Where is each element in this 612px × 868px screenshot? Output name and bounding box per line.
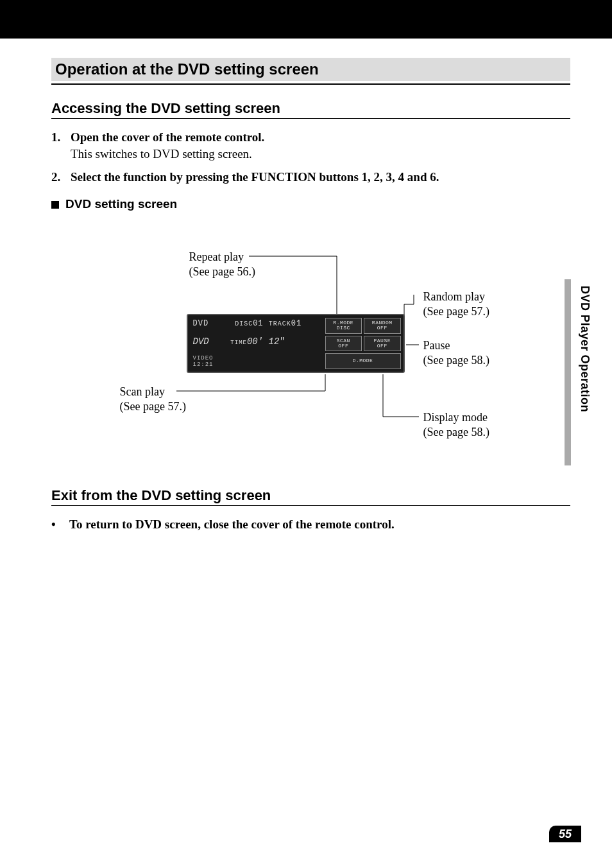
- callout-line1: Repeat play: [189, 250, 255, 265]
- page-number-badge: 55: [549, 826, 581, 842]
- time-label: TIME: [230, 340, 247, 346]
- callout-display-mode: Display mode (See page 58.): [423, 410, 489, 439]
- subheading-rule-1: [51, 118, 570, 119]
- device-btn-rmode: R.MODE DISC: [325, 318, 362, 334]
- callout-pause: Pause (See page 58.): [423, 338, 489, 367]
- exit-bullet-text: To return to DVD screen, close the cover…: [69, 517, 395, 532]
- device-disc-label: DISC: [235, 320, 253, 327]
- subheading-rule-2: [51, 505, 570, 506]
- dvd-setting-diagram: Repeat play (See page 56.) Random play (…: [67, 230, 555, 462]
- step-title: Open the cover of the remote control.: [71, 130, 264, 144]
- device-row3: VIDEO 12:21: [193, 355, 318, 368]
- step-body: Open the cover of the remote control. Th…: [71, 130, 570, 161]
- subheading-accessing: Accessing the DVD setting screen: [51, 100, 570, 117]
- step-2: 2. Select the function by pressing the F…: [51, 170, 570, 184]
- dvd-setting-screen-label: DVD setting screen: [51, 197, 570, 211]
- device-btn-scan: SCAN OFF: [325, 336, 362, 352]
- callout-line2: (See page 58.): [423, 353, 489, 368]
- section-title-bar: Operation at the DVD setting screen: [51, 58, 570, 81]
- btn-line2: DISC: [337, 326, 350, 331]
- callout-line2: (See page 57.): [120, 399, 186, 414]
- device-row2: DVD TIME00' 12": [193, 336, 318, 347]
- device-dvd-label: DVD: [193, 319, 209, 328]
- top-black-bar: [0, 0, 612, 39]
- bullet-dot: •: [51, 517, 69, 532]
- video-label: VIDEO: [193, 355, 214, 361]
- dvd-logo: DVD: [193, 336, 209, 347]
- callout-scan-play: Scan play (See page 57.): [120, 385, 186, 413]
- steps-list: 1. Open the cover of the remote control.…: [51, 130, 570, 184]
- callout-line2: (See page 58.): [423, 425, 489, 440]
- device-left-panel: DVD DISC01 TRACK01 DVD TIME00' 12" VIDEO…: [188, 315, 323, 372]
- square-bullet-icon: [51, 201, 59, 209]
- device-disc-num: 01: [253, 319, 263, 328]
- device-track-num: 01: [291, 319, 302, 328]
- btn-line2: OFF: [377, 326, 387, 331]
- callout-line1: Random play: [423, 290, 489, 304]
- callout-line2: (See page 56.): [189, 265, 255, 279]
- callout-line2: (See page 57.): [423, 304, 489, 319]
- device-btn-pause: PAUSE OFF: [364, 336, 401, 352]
- time-value: 00' 12": [247, 336, 285, 347]
- callout-random-play: Random play (See page 57.): [423, 290, 489, 318]
- step-note: This switches to DVD setting screen.: [71, 147, 570, 161]
- side-tab-label: DVD Player Operation: [578, 286, 591, 412]
- subheading-exit: Exit from the DVD setting screen: [51, 487, 570, 504]
- dvd-device-screen: DVD DISC01 TRACK01 DVD TIME00' 12" VIDEO…: [187, 314, 405, 373]
- dvd-setting-screen-text: DVD setting screen: [65, 197, 177, 211]
- device-row1: DVD DISC01 TRACK01: [193, 319, 318, 328]
- step-title: Select the function by pressing the FUNC…: [71, 170, 439, 184]
- btn-line2: OFF: [377, 343, 387, 349]
- page-content: Operation at the DVD setting screen Acce…: [0, 39, 612, 532]
- exit-bullet-line: • To return to DVD screen, close the cov…: [51, 517, 570, 532]
- callout-line1: Pause: [423, 338, 489, 353]
- device-right-panel: R.MODE DISC RANDOM OFF SCAN OFF PAUSE OF…: [323, 315, 404, 372]
- callout-line1: Display mode: [423, 410, 489, 425]
- step-number: 2.: [51, 170, 71, 184]
- side-tab-bar: [565, 279, 571, 465]
- clock-label: 12:21: [193, 361, 214, 368]
- step-body: Select the function by pressing the FUNC…: [71, 170, 570, 184]
- device-track-label: TRACK: [269, 320, 291, 327]
- device-btn-dmode: D.MODE: [325, 353, 401, 369]
- step-1: 1. Open the cover of the remote control.…: [51, 130, 570, 161]
- device-btn-random: RANDOM OFF: [364, 318, 401, 334]
- btn-line1: D.MODE: [353, 358, 373, 363]
- step-number: 1.: [51, 130, 71, 161]
- section-title: Operation at the DVD setting screen: [55, 60, 566, 78]
- btn-line2: OFF: [338, 343, 348, 349]
- callout-line1: Scan play: [120, 385, 186, 399]
- page-number: 55: [559, 828, 572, 841]
- section-underline: [51, 83, 570, 85]
- callout-repeat-play: Repeat play (See page 56.): [189, 250, 255, 279]
